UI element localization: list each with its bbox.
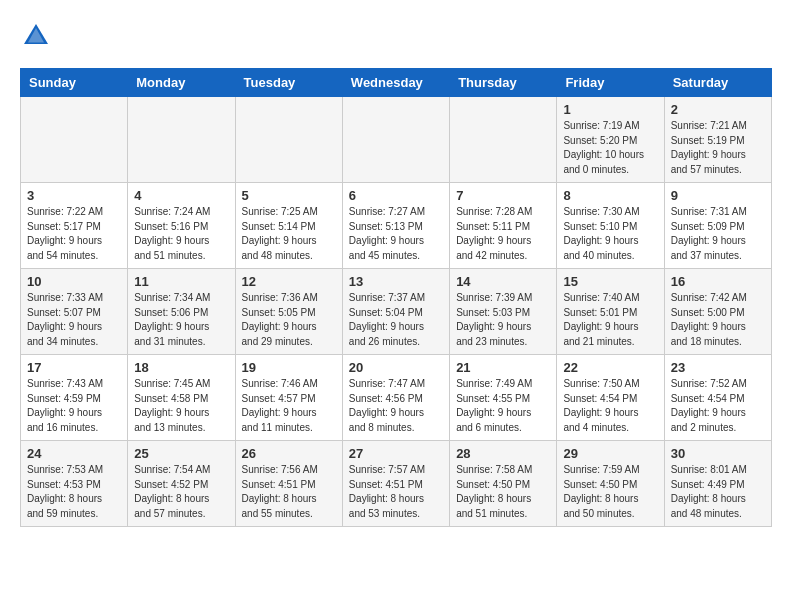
day-number: 6: [349, 188, 443, 203]
day-number: 19: [242, 360, 336, 375]
calendar-cell: 1Sunrise: 7:19 AM Sunset: 5:20 PM Daylig…: [557, 97, 664, 183]
calendar-cell: [450, 97, 557, 183]
day-info: Sunrise: 7:25 AM Sunset: 5:14 PM Dayligh…: [242, 205, 336, 263]
logo: [20, 20, 56, 52]
day-info: Sunrise: 7:33 AM Sunset: 5:07 PM Dayligh…: [27, 291, 121, 349]
day-info: Sunrise: 7:21 AM Sunset: 5:19 PM Dayligh…: [671, 119, 765, 177]
weekday-header-friday: Friday: [557, 69, 664, 97]
calendar-cell: 14Sunrise: 7:39 AM Sunset: 5:03 PM Dayli…: [450, 269, 557, 355]
day-info: Sunrise: 7:36 AM Sunset: 5:05 PM Dayligh…: [242, 291, 336, 349]
weekday-header-wednesday: Wednesday: [342, 69, 449, 97]
weekday-header-tuesday: Tuesday: [235, 69, 342, 97]
weekday-header-thursday: Thursday: [450, 69, 557, 97]
day-number: 2: [671, 102, 765, 117]
calendar-week-0: 1Sunrise: 7:19 AM Sunset: 5:20 PM Daylig…: [21, 97, 772, 183]
day-info: Sunrise: 7:37 AM Sunset: 5:04 PM Dayligh…: [349, 291, 443, 349]
day-number: 25: [134, 446, 228, 461]
logo-icon: [20, 20, 52, 52]
day-number: 7: [456, 188, 550, 203]
day-info: Sunrise: 7:53 AM Sunset: 4:53 PM Dayligh…: [27, 463, 121, 521]
day-number: 9: [671, 188, 765, 203]
day-info: Sunrise: 8:01 AM Sunset: 4:49 PM Dayligh…: [671, 463, 765, 521]
calendar-cell: 12Sunrise: 7:36 AM Sunset: 5:05 PM Dayli…: [235, 269, 342, 355]
calendar-cell: 3Sunrise: 7:22 AM Sunset: 5:17 PM Daylig…: [21, 183, 128, 269]
day-number: 24: [27, 446, 121, 461]
calendar-week-3: 17Sunrise: 7:43 AM Sunset: 4:59 PM Dayli…: [21, 355, 772, 441]
calendar-cell: [342, 97, 449, 183]
calendar-cell: 9Sunrise: 7:31 AM Sunset: 5:09 PM Daylig…: [664, 183, 771, 269]
calendar-cell: 17Sunrise: 7:43 AM Sunset: 4:59 PM Dayli…: [21, 355, 128, 441]
day-number: 26: [242, 446, 336, 461]
day-number: 5: [242, 188, 336, 203]
calendar-cell: 19Sunrise: 7:46 AM Sunset: 4:57 PM Dayli…: [235, 355, 342, 441]
calendar-cell: 2Sunrise: 7:21 AM Sunset: 5:19 PM Daylig…: [664, 97, 771, 183]
day-info: Sunrise: 7:50 AM Sunset: 4:54 PM Dayligh…: [563, 377, 657, 435]
calendar-week-1: 3Sunrise: 7:22 AM Sunset: 5:17 PM Daylig…: [21, 183, 772, 269]
day-info: Sunrise: 7:34 AM Sunset: 5:06 PM Dayligh…: [134, 291, 228, 349]
calendar-cell: 13Sunrise: 7:37 AM Sunset: 5:04 PM Dayli…: [342, 269, 449, 355]
day-number: 17: [27, 360, 121, 375]
day-info: Sunrise: 7:52 AM Sunset: 4:54 PM Dayligh…: [671, 377, 765, 435]
calendar-cell: 7Sunrise: 7:28 AM Sunset: 5:11 PM Daylig…: [450, 183, 557, 269]
day-info: Sunrise: 7:40 AM Sunset: 5:01 PM Dayligh…: [563, 291, 657, 349]
day-number: 3: [27, 188, 121, 203]
day-number: 10: [27, 274, 121, 289]
day-number: 13: [349, 274, 443, 289]
calendar-cell: 5Sunrise: 7:25 AM Sunset: 5:14 PM Daylig…: [235, 183, 342, 269]
weekday-header-sunday: Sunday: [21, 69, 128, 97]
day-number: 21: [456, 360, 550, 375]
day-info: Sunrise: 7:58 AM Sunset: 4:50 PM Dayligh…: [456, 463, 550, 521]
calendar-cell: 27Sunrise: 7:57 AM Sunset: 4:51 PM Dayli…: [342, 441, 449, 527]
day-number: 14: [456, 274, 550, 289]
day-number: 16: [671, 274, 765, 289]
day-info: Sunrise: 7:49 AM Sunset: 4:55 PM Dayligh…: [456, 377, 550, 435]
weekday-header-row: SundayMondayTuesdayWednesdayThursdayFrid…: [21, 69, 772, 97]
day-number: 30: [671, 446, 765, 461]
calendar-cell: 20Sunrise: 7:47 AM Sunset: 4:56 PM Dayli…: [342, 355, 449, 441]
day-info: Sunrise: 7:24 AM Sunset: 5:16 PM Dayligh…: [134, 205, 228, 263]
calendar-cell: 11Sunrise: 7:34 AM Sunset: 5:06 PM Dayli…: [128, 269, 235, 355]
day-number: 23: [671, 360, 765, 375]
calendar-cell: 10Sunrise: 7:33 AM Sunset: 5:07 PM Dayli…: [21, 269, 128, 355]
calendar-cell: 6Sunrise: 7:27 AM Sunset: 5:13 PM Daylig…: [342, 183, 449, 269]
day-info: Sunrise: 7:30 AM Sunset: 5:10 PM Dayligh…: [563, 205, 657, 263]
calendar-cell: [21, 97, 128, 183]
calendar-cell: [235, 97, 342, 183]
day-number: 22: [563, 360, 657, 375]
calendar-cell: 8Sunrise: 7:30 AM Sunset: 5:10 PM Daylig…: [557, 183, 664, 269]
day-info: Sunrise: 7:22 AM Sunset: 5:17 PM Dayligh…: [27, 205, 121, 263]
day-info: Sunrise: 7:39 AM Sunset: 5:03 PM Dayligh…: [456, 291, 550, 349]
day-number: 15: [563, 274, 657, 289]
calendar-table: SundayMondayTuesdayWednesdayThursdayFrid…: [20, 68, 772, 527]
day-number: 28: [456, 446, 550, 461]
day-info: Sunrise: 7:28 AM Sunset: 5:11 PM Dayligh…: [456, 205, 550, 263]
calendar-cell: 22Sunrise: 7:50 AM Sunset: 4:54 PM Dayli…: [557, 355, 664, 441]
calendar-cell: 23Sunrise: 7:52 AM Sunset: 4:54 PM Dayli…: [664, 355, 771, 441]
calendar-cell: 15Sunrise: 7:40 AM Sunset: 5:01 PM Dayli…: [557, 269, 664, 355]
calendar-cell: 26Sunrise: 7:56 AM Sunset: 4:51 PM Dayli…: [235, 441, 342, 527]
calendar-cell: 16Sunrise: 7:42 AM Sunset: 5:00 PM Dayli…: [664, 269, 771, 355]
calendar-cell: 18Sunrise: 7:45 AM Sunset: 4:58 PM Dayli…: [128, 355, 235, 441]
day-number: 29: [563, 446, 657, 461]
day-info: Sunrise: 7:59 AM Sunset: 4:50 PM Dayligh…: [563, 463, 657, 521]
calendar-cell: [128, 97, 235, 183]
day-info: Sunrise: 7:45 AM Sunset: 4:58 PM Dayligh…: [134, 377, 228, 435]
calendar-cell: 21Sunrise: 7:49 AM Sunset: 4:55 PM Dayli…: [450, 355, 557, 441]
day-info: Sunrise: 7:47 AM Sunset: 4:56 PM Dayligh…: [349, 377, 443, 435]
day-number: 20: [349, 360, 443, 375]
day-number: 18: [134, 360, 228, 375]
day-info: Sunrise: 7:27 AM Sunset: 5:13 PM Dayligh…: [349, 205, 443, 263]
calendar-cell: 25Sunrise: 7:54 AM Sunset: 4:52 PM Dayli…: [128, 441, 235, 527]
calendar-cell: 28Sunrise: 7:58 AM Sunset: 4:50 PM Dayli…: [450, 441, 557, 527]
calendar-week-4: 24Sunrise: 7:53 AM Sunset: 4:53 PM Dayli…: [21, 441, 772, 527]
day-number: 12: [242, 274, 336, 289]
day-info: Sunrise: 7:57 AM Sunset: 4:51 PM Dayligh…: [349, 463, 443, 521]
calendar-cell: 30Sunrise: 8:01 AM Sunset: 4:49 PM Dayli…: [664, 441, 771, 527]
calendar-cell: 4Sunrise: 7:24 AM Sunset: 5:16 PM Daylig…: [128, 183, 235, 269]
day-info: Sunrise: 7:46 AM Sunset: 4:57 PM Dayligh…: [242, 377, 336, 435]
day-number: 4: [134, 188, 228, 203]
day-info: Sunrise: 7:54 AM Sunset: 4:52 PM Dayligh…: [134, 463, 228, 521]
day-info: Sunrise: 7:43 AM Sunset: 4:59 PM Dayligh…: [27, 377, 121, 435]
page-header: [20, 20, 772, 52]
day-number: 8: [563, 188, 657, 203]
